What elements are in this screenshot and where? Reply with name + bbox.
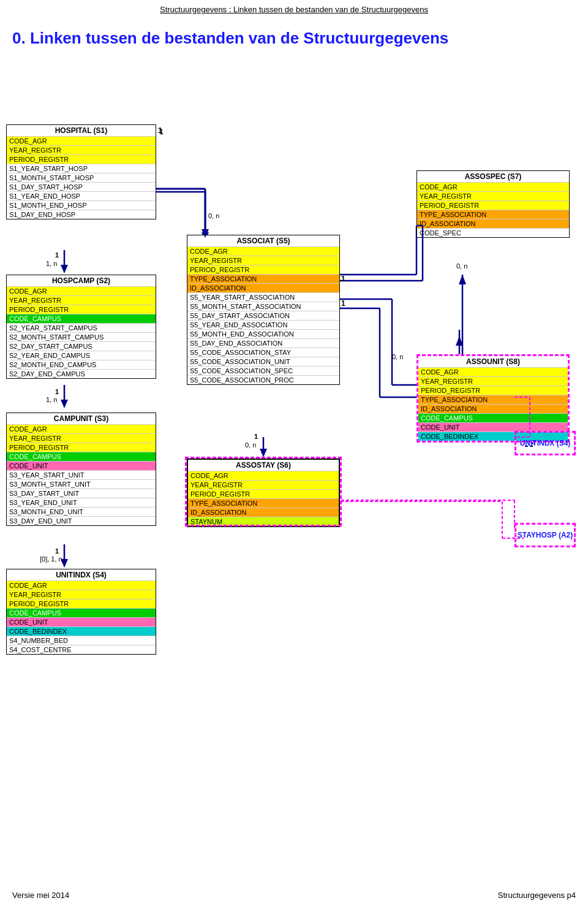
assospec-row-2: YEAR_REGISTR	[417, 191, 569, 200]
associat-row-7: S5_MONTH_START_ASSOCIATION	[187, 302, 339, 311]
associat-row-13: S5_CODE_ASSOCIATION_UNIT	[187, 357, 339, 366]
hospital-row-9: S1_DAY_END_HOSP	[7, 210, 156, 219]
hospcamp-row-10: S2_DAY_END_CAMPUS	[7, 369, 156, 378]
associat-row-8: S5_DAY_START_ASSOCIATION	[187, 311, 339, 320]
campunit-title: CAMPUNIT (S3)	[7, 413, 156, 424]
assounit-row-5: ID_ASSOCIATION	[418, 404, 568, 413]
campunit-row-8: S3_DAY_START_UNIT	[7, 489, 156, 498]
hospital-row-5: S1_MONTH_START_HOSP	[7, 173, 156, 182]
page-footer: Versie mei 2014 Structuurgegevens p4	[12, 891, 576, 900]
page-header: StructuurgegevensStructuurgegevens: Link…	[0, 0, 588, 17]
campunit-row-6: S3_YEAR_START_UNIT	[7, 470, 156, 479]
card-assoc-mid: 1	[254, 433, 258, 440]
assospec-row-3: PERIOD_REGISTR	[417, 200, 569, 210]
assospec-entity: ASSOSPEC (S7) CODE_AGR YEAR_REGISTR PERI…	[417, 170, 570, 238]
assounit-row-4: TYPE_ASSOCIATION	[418, 395, 568, 404]
hospcamp-row-4: CODE_CAMPUS	[7, 314, 156, 323]
unitindx-right-box: UNITINDX (S4)	[514, 431, 576, 455]
assospec-row-1: CODE_AGR	[417, 182, 569, 191]
hospcamp-row-7: S2_DAY_START_CAMPUS	[7, 341, 156, 351]
assostay-row-3: PERIOD_REGISTR	[188, 489, 339, 498]
hospital-row-6: S1_DAY_START_HOSP	[7, 182, 156, 191]
card-hosp-right: 1	[158, 126, 162, 135]
hospital-row-4: S1_YEAR_START_HOSP	[7, 164, 156, 173]
campunit-row-2: YEAR_REGISTR	[7, 433, 156, 443]
hospcamp-entity: HOSPCAMP (S2) CODE_AGR YEAR_REGISTR PERI…	[6, 275, 156, 379]
associat-row-4: TYPE_ASSOCIATION	[187, 274, 339, 283]
card-assospec-bot: 0, n	[456, 262, 467, 270]
hospcamp-row-2: YEAR_REGISTR	[7, 295, 156, 305]
assostay-entity: ASSOSTAY (S6) CODE_AGR YEAR_REGISTR PERI…	[187, 458, 340, 527]
associat-row-15: S5_CODE_ASSOCIATION_PROC	[187, 375, 339, 384]
associat-title: ASSOCIAT (S5)	[187, 235, 339, 246]
card-1n: 1, n	[46, 260, 57, 267]
assounit-row-7: CODE_UNIT	[418, 422, 568, 432]
header-text: StructuurgegevensStructuurgegevens: Link…	[160, 5, 428, 14]
campunit-row-5: CODE_UNIT	[7, 461, 156, 470]
hospcamp-row-9: S2_MONTH_END_CAMPUS	[7, 360, 156, 369]
card-3: 1	[55, 547, 59, 555]
assounit-row-6: CODE_CAMPUS	[418, 413, 568, 422]
assounit-row-1: CODE_AGR	[418, 367, 568, 376]
card-assounit: 0, n	[392, 353, 403, 360]
unitindx-bottom-entity: UNITINDX (S4) CODE_AGR YEAR_REGISTR PERI…	[6, 569, 156, 655]
campunit-row-7: S3_MONTH_START_UNIT	[7, 479, 156, 489]
assounit-entity: ASSOUNIT (S8) CODE_AGR YEAR_REGISTR PERI…	[417, 354, 570, 443]
associat-row-9: S5_YEAR_END_ASSOCIATION	[187, 320, 339, 329]
page-title: 0. Linken tussen de bestanden van de Str…	[0, 17, 588, 54]
stayhosp-box: STAYHOSP (A2)	[514, 523, 576, 547]
unitindx-b-row-7: S4_NUMBER_BED	[7, 636, 156, 645]
associat-row-6: S5_YEAR_START_ASSOCIATION	[187, 292, 339, 302]
assostay-row-1: CODE_AGR	[188, 471, 339, 480]
hospital-row-8: S1_MONTH_END_HOSP	[7, 200, 156, 210]
unitindx-b-row-4: CODE_CAMPUS	[7, 608, 156, 617]
unitindx-b-row-5: CODE_UNIT	[7, 617, 156, 626]
hospcamp-row-6: S2_MONTH_START_CAMPUS	[7, 332, 156, 341]
associat-row-11: S5_DAY_END_ASSOCIATION	[187, 338, 339, 348]
unitindx-b-row-1: CODE_AGR	[7, 580, 156, 590]
assostay-row-6: STAYNUM	[188, 517, 339, 526]
assospec-title: ASSOSPEC (S7)	[417, 171, 569, 182]
card-assoc-right-1: 1	[341, 275, 345, 283]
assostay-row-2: YEAR_REGISTR	[188, 480, 339, 489]
campunit-row-11: S3_DAY_END_UNIT	[7, 516, 156, 525]
associat-entity: ASSOCIAT (S5) CODE_AGR YEAR_REGISTR PERI…	[187, 235, 340, 385]
hospital-row-3: PERIOD_REGISTR	[7, 154, 156, 164]
campunit-entity: CAMPUNIT (S3) CODE_AGR YEAR_REGISTR PERI…	[6, 413, 156, 526]
hospital-row-2: YEAR_REGISTR	[7, 145, 156, 154]
associat-row-10: S5_MONTH_END_ASSOCIATION	[187, 329, 339, 338]
assounit-row-2: YEAR_REGISTR	[418, 376, 568, 386]
assospec-row-6: CODE_SPEC	[417, 228, 569, 237]
card-1: 1	[55, 251, 59, 259]
unitindx-b-row-8: S4_COST_CENTRE	[7, 645, 156, 654]
svg-marker-13	[456, 336, 463, 346]
hospital-entity: HOSPITAL (S1) CODE_AGR YEAR_REGISTR PERI…	[6, 124, 156, 219]
unitindx-b-row-3: PERIOD_REGISTR	[7, 599, 156, 608]
associat-row-2: YEAR_REGISTR	[187, 256, 339, 265]
unitindx-b-row-6: CODE_BEDINDEX	[7, 626, 156, 636]
assospec-row-4: TYPE_ASSOCIATION	[417, 210, 569, 219]
hospital-row-7: S1_YEAR_END_HOSP	[7, 191, 156, 200]
hospcamp-row-3: PERIOD_REGISTR	[7, 305, 156, 314]
hospcamp-row-8: S2_YEAR_END_CAMPUS	[7, 351, 156, 360]
assospec-row-5: ID_ASSOCIATION	[417, 219, 569, 228]
svg-marker-1	[61, 265, 68, 273]
unitindx-bottom-title: UNITINDX (S4)	[7, 569, 156, 580]
svg-marker-30	[459, 275, 466, 284]
assostay-row-5: ID_ASSOCIATION	[188, 508, 339, 517]
campunit-row-4: CODE_CAMPUS	[7, 452, 156, 461]
hospital-row-1: CODE_AGR	[7, 136, 156, 145]
hospcamp-row-1: CODE_AGR	[7, 286, 156, 295]
unitindx-right-label: UNITINDX (S4)	[520, 439, 571, 447]
hospcamp-title: HOSPCAMP (S2)	[7, 275, 156, 286]
associat-row-1: CODE_AGR	[187, 246, 339, 256]
svg-marker-3	[61, 400, 68, 408]
assounit-row-3: PERIOD_REGISTR	[418, 386, 568, 395]
assostay-row-4: TYPE_ASSOCIATION	[188, 498, 339, 508]
associat-row-14: S5_CODE_ASSOCIATION_SPEC	[187, 366, 339, 375]
campunit-row-10: S3_MONTH_END_UNIT	[7, 507, 156, 516]
card-2: 1	[55, 388, 59, 395]
card-2n: 1, n	[46, 396, 57, 403]
unitindx-b-row-2: YEAR_REGISTR	[7, 590, 156, 599]
campunit-row-3: PERIOD_REGISTR	[7, 443, 156, 452]
